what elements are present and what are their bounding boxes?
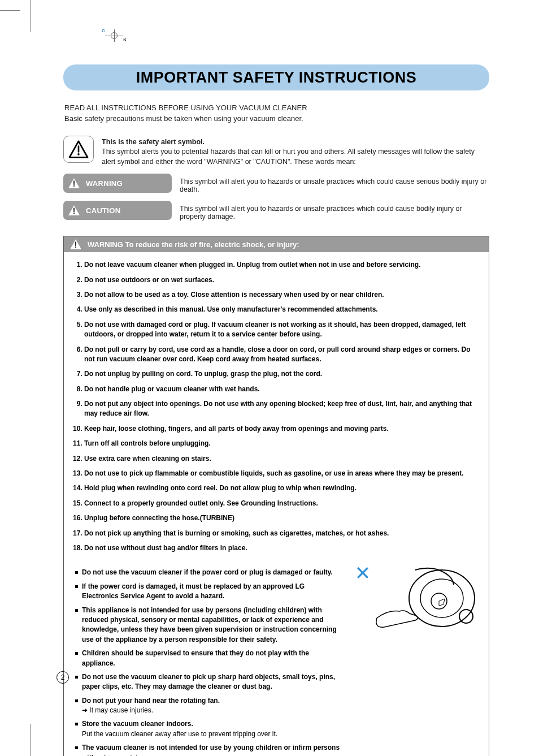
warning-panel: WARNING To reduce the risk of fire, elec…	[63, 236, 489, 756]
page-title: IMPORTANT SAFETY INSTRUCTIONS	[136, 69, 417, 87]
list-item: Do not use without dust bag and/or filte…	[84, 543, 479, 553]
list-item: Children should be supervised to ensure …	[75, 649, 341, 668]
list-item: Do not put any object into openings. Do …	[84, 399, 479, 419]
warning-badge: WARNING	[63, 174, 172, 193]
list-item: Turn off all controls before unplugging.	[84, 439, 479, 448]
crop-mark	[0, 10, 20, 11]
list-item: Do not pull or carry by cord, use cord a…	[84, 345, 479, 365]
alert-triangle-icon	[68, 140, 89, 158]
list-item: Do not use with damaged cord or plug. If…	[84, 320, 479, 340]
list-item: Connect to a properly grounded outlet on…	[84, 499, 479, 508]
list-item: Keep hair, loose clothing, fingers, and …	[84, 424, 479, 434]
svg-point-8	[73, 213, 75, 214]
list-item: Do not put your hand near the rotating f…	[75, 696, 341, 716]
list-item: Hold plug when rewinding onto cord reel.…	[84, 483, 479, 493]
svg-point-17	[459, 610, 473, 623]
crop-mark	[30, 724, 31, 756]
svg-point-2	[77, 153, 80, 155]
caution-desc: This symbol will alert you to hazards or…	[180, 201, 489, 221]
list-item: Do not use outdoors or on wet surfaces.	[84, 275, 479, 285]
list-item: Do not use the vacuum cleaner to pick up…	[75, 672, 341, 692]
reg-k: K	[123, 37, 127, 42]
list-item: Do not allow to be used as a toy. Close …	[84, 290, 479, 300]
list-item: Store the vacuum cleaner indoors.Put the…	[75, 719, 341, 739]
list-item: If the power cord is damaged, it must be…	[75, 582, 341, 602]
svg-point-15	[420, 579, 463, 617]
list-item: Do not leave vacuum cleaner when plugged…	[84, 260, 479, 270]
svg-point-5	[73, 185, 75, 187]
warning-label: WARNING	[86, 179, 123, 188]
panel-header: WARNING To reduce the risk of fire, elec…	[64, 236, 489, 252]
alert-symbol-definition: This is the safety alert symbol. This sy…	[102, 136, 489, 167]
vacuum-illustration	[354, 564, 479, 632]
svg-point-11	[75, 247, 76, 248]
list-item: Unplug before connecting the hose.(TURBI…	[84, 513, 479, 523]
reg-c: C	[102, 28, 105, 33]
list-item: Use only as described in this manual. Us…	[84, 305, 479, 314]
panel-header-text: WARNING To reduce the risk of fire, elec…	[88, 240, 299, 249]
list-item: Do not use the vacuum cleaner if the pow…	[75, 568, 341, 577]
list-item: Do not handle plug or vacuum cleaner wit…	[84, 385, 479, 394]
numbered-instructions: Do not leave vacuum cleaner when plugged…	[74, 260, 479, 553]
alert-triangle-icon	[68, 205, 80, 216]
intro-text: READ ALL INSTRUCTIONS BEFORE USING YOUR …	[64, 103, 488, 124]
alert-triangle-icon	[69, 239, 82, 250]
illustration-no-hand-near-fan	[354, 564, 479, 632]
caution-badge: CAUTION	[63, 201, 172, 220]
alert-symbol-box	[63, 136, 94, 163]
list-item: Do not unplug by pulling on cord. To unp…	[84, 369, 479, 379]
x-icon	[357, 567, 369, 579]
list-item: Do not use to pick up flammable or combu…	[84, 469, 479, 478]
list-item: Do not pick up anything that is burning …	[84, 529, 479, 538]
alert-triangle-icon	[68, 178, 80, 189]
caution-label: CAUTION	[86, 206, 120, 215]
svg-point-14	[409, 570, 475, 627]
list-item: Use extra care when cleaning on stairs.	[84, 454, 479, 464]
list-item: The vacuum cleaner is not intended for u…	[75, 743, 341, 756]
crop-mark	[30, 0, 31, 32]
list-item: This appliance is not intended for use b…	[75, 606, 341, 645]
warning-desc: This symbol will alert you to hazards or…	[180, 174, 489, 193]
registration-mark: C K	[102, 29, 127, 42]
page-title-bar: IMPORTANT SAFETY INSTRUCTIONS	[63, 64, 489, 90]
page-number: 2	[56, 671, 69, 684]
bullet-instructions: Do not use the vacuum cleaner if the pow…	[75, 568, 341, 756]
